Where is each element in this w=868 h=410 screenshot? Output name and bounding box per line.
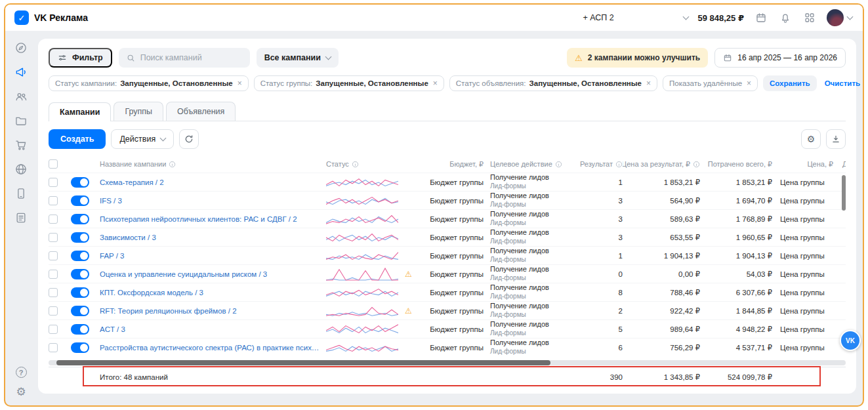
chip-remove-icon[interactable]: × bbox=[747, 79, 751, 88]
sidebar-item-campaigns[interactable] bbox=[14, 66, 28, 79]
campaigns-card: Фильтр Все кампании ⚠ 2 кампании можно у… bbox=[38, 39, 856, 394]
column-header-result[interactable]: Результат bbox=[569, 160, 623, 168]
row-checkbox[interactable] bbox=[49, 325, 58, 334]
campaign-name-link[interactable]: Психотерапия нейроотличных клиентов: РАС… bbox=[100, 215, 297, 223]
row-checkbox[interactable] bbox=[49, 196, 58, 205]
export-button[interactable] bbox=[826, 129, 846, 149]
toggle-knob bbox=[80, 234, 88, 241]
filter-button[interactable]: Фильтр bbox=[49, 48, 112, 68]
row-checkbox[interactable] bbox=[49, 251, 58, 260]
row-toggle[interactable] bbox=[71, 251, 89, 261]
goal-action: Получение лидов bbox=[490, 302, 549, 311]
tab-groups[interactable]: Группы bbox=[114, 102, 163, 121]
price-cell: Цена группы bbox=[780, 234, 825, 241]
chip-remove-icon[interactable]: × bbox=[433, 79, 438, 88]
filter-chip: Статус объявления:Запущенные, Остановлен… bbox=[449, 75, 657, 91]
search-input[interactable] bbox=[140, 53, 239, 62]
apps-grid-icon[interactable] bbox=[802, 10, 817, 25]
info-icon bbox=[352, 161, 359, 168]
row-toggle[interactable] bbox=[71, 177, 89, 188]
notifications-bell-icon[interactable] bbox=[778, 10, 793, 25]
sidebar-item-docs[interactable] bbox=[14, 211, 28, 224]
goal-action: Получение лидов bbox=[490, 283, 549, 293]
goal-format: Лид-формы bbox=[490, 256, 549, 264]
row-toggle[interactable] bbox=[71, 214, 89, 224]
balance: 59 848,25 ₽ bbox=[698, 13, 745, 23]
row-toggle[interactable] bbox=[71, 195, 89, 206]
clear-filters-button[interactable]: Очистить bbox=[825, 79, 861, 87]
column-header-status[interactable]: Статус bbox=[326, 160, 424, 168]
sidebar-item-dashboard[interactable] bbox=[14, 41, 28, 54]
tab-ads[interactable]: Объявления bbox=[166, 102, 236, 121]
campaign-scope-select[interactable]: Все кампании bbox=[257, 48, 339, 68]
row-toggle[interactable] bbox=[71, 269, 89, 279]
vertical-scrollbar[interactable] bbox=[842, 175, 846, 211]
settings-gear-icon[interactable]: ⚙ bbox=[16, 386, 26, 398]
account-selector[interactable]: + АСП 2 bbox=[583, 13, 688, 22]
tab-campaigns[interactable]: Кампании bbox=[49, 102, 111, 121]
row-checkbox[interactable] bbox=[49, 306, 58, 316]
actions-button[interactable]: Действия bbox=[111, 129, 174, 149]
help-icon[interactable]: ? bbox=[16, 367, 27, 378]
campaign-name-link[interactable]: КПТ. Оксфордская модель / 3 bbox=[100, 289, 203, 297]
vk-support-chat-button[interactable]: VK bbox=[840, 330, 861, 351]
date-range-picker[interactable]: 16 апр 2025 — 16 апр 2026 bbox=[714, 48, 846, 68]
table-settings-button[interactable]: ⚙ bbox=[801, 129, 821, 149]
campaign-name-link[interactable]: Зависимости / 3 bbox=[100, 234, 156, 241]
row-toggle[interactable] bbox=[71, 287, 89, 298]
save-filters-button[interactable]: Сохранить bbox=[763, 75, 817, 91]
sidebar-item-folder[interactable] bbox=[14, 114, 28, 127]
row-checkbox[interactable] bbox=[49, 178, 58, 187]
column-header-price[interactable]: Цена, ₽ bbox=[772, 160, 835, 169]
search-box[interactable] bbox=[119, 48, 250, 68]
chip-remove-icon[interactable]: × bbox=[238, 79, 242, 88]
sidebar-item-cart[interactable] bbox=[14, 138, 28, 152]
profile-menu[interactable] bbox=[827, 9, 852, 26]
campaign-name-link[interactable]: RFT: Теория реляционных фреймов / 2 bbox=[100, 307, 237, 315]
column-header-extra[interactable]: Да bbox=[835, 160, 846, 168]
column-header-name[interactable]: Название кампании bbox=[100, 160, 326, 168]
totals-label: Итого: 48 кампаний bbox=[100, 373, 168, 381]
column-header-action[interactable]: Целевое действие bbox=[484, 160, 569, 168]
mobile-icon bbox=[14, 187, 28, 200]
row-checkbox[interactable] bbox=[49, 233, 58, 242]
chip-remove-icon[interactable]: × bbox=[646, 79, 651, 88]
goal-action: Получение лидов bbox=[490, 210, 549, 219]
sidebar-item-globe[interactable] bbox=[14, 163, 28, 176]
row-toggle[interactable] bbox=[71, 324, 89, 335]
horizontal-scrollbar-thumb[interactable] bbox=[56, 360, 550, 365]
table-row: Зависимости / 3Бюджет группыПолучение ли… bbox=[49, 228, 846, 246]
row-checkbox[interactable] bbox=[49, 215, 58, 224]
horizontal-scrollbar-track[interactable] bbox=[49, 360, 846, 365]
row-checkbox[interactable] bbox=[49, 270, 58, 279]
row-toggle[interactable] bbox=[71, 232, 89, 243]
price-cell: Цена группы bbox=[780, 325, 825, 333]
cost-per-result-cell: 653,55 ₽ bbox=[670, 233, 700, 242]
select-all-checkbox[interactable] bbox=[49, 159, 58, 169]
sidebar-item-audience[interactable] bbox=[14, 90, 28, 103]
row-checkbox[interactable] bbox=[49, 288, 58, 297]
row-checkbox[interactable] bbox=[49, 343, 58, 352]
info-icon bbox=[615, 161, 623, 168]
row-toggle[interactable] bbox=[71, 342, 89, 353]
column-header-cost_per_result[interactable]: Цена за результат, ₽ bbox=[623, 160, 700, 169]
column-header-spent[interactable]: Потрачено всего, ₽ bbox=[700, 160, 772, 169]
campaign-name-link[interactable]: Схема-терапия / 2 bbox=[100, 178, 164, 186]
campaign-name-link[interactable]: IFS / 3 bbox=[100, 197, 122, 205]
sidebar-item-mobile[interactable] bbox=[14, 187, 28, 200]
campaign-name-link[interactable]: Расстройства аутистического спектра (РАС… bbox=[100, 344, 321, 352]
create-button[interactable]: Создать bbox=[49, 129, 106, 149]
campaign-name-link[interactable]: ACT / 3 bbox=[100, 325, 125, 333]
row-toggle[interactable] bbox=[71, 306, 89, 316]
gear-icon: ⚙ bbox=[807, 134, 816, 144]
vk-ads-logo[interactable]: ✓ VK Реклама bbox=[14, 10, 88, 25]
refresh-button[interactable] bbox=[179, 129, 199, 149]
column-header-budget[interactable]: Бюджет, ₽ bbox=[424, 160, 484, 169]
totals-row: Итого: 48 кампаний 390 1 343,85 ₽ 524 09… bbox=[49, 367, 846, 387]
improve-notice[interactable]: ⚠ 2 кампании можно улучшить bbox=[567, 48, 708, 68]
billing-icon[interactable] bbox=[754, 10, 768, 25]
campaign-name-link[interactable]: FAP / 3 bbox=[100, 252, 125, 260]
cost-per-result-cell: 756,29 ₽ bbox=[670, 343, 700, 352]
campaign-name-link[interactable]: Оценка и управление суицидальным риском … bbox=[100, 270, 267, 278]
status-sparkline bbox=[326, 340, 398, 355]
